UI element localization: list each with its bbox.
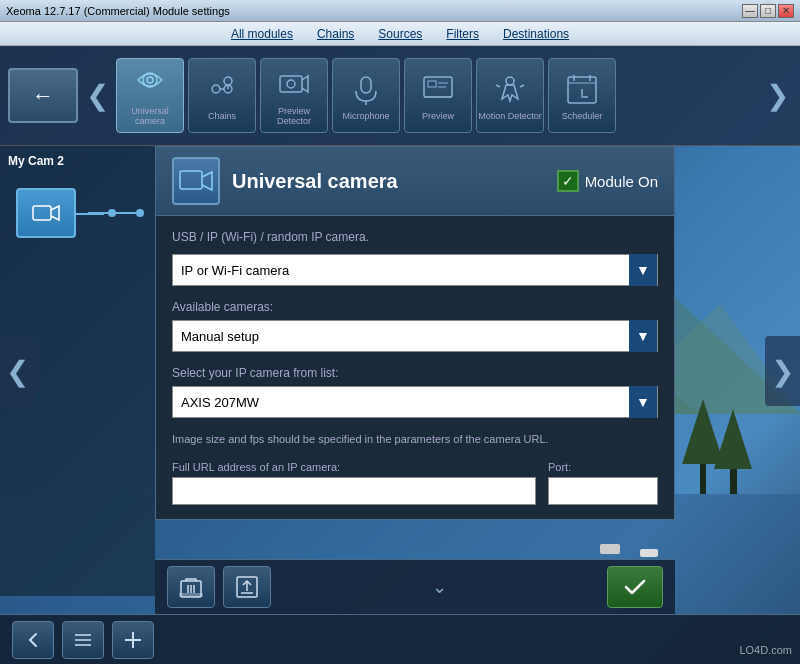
port-field-group: Port: — [548, 461, 658, 505]
toolbar-icon-camera[interactable]: Preview Detector — [260, 58, 328, 133]
toolbar-icon-label-5: Motion Detector — [478, 111, 542, 121]
status-back-button[interactable] — [12, 621, 54, 659]
ip-camera-list-dropdown[interactable]: AXIS 207MW ▼ — [172, 386, 658, 418]
svg-rect-20 — [361, 77, 371, 93]
status-add-button[interactable] — [112, 621, 154, 659]
toolbar-icon-universal-camera[interactable]: Universal camera — [116, 58, 184, 133]
svg-point-15 — [212, 85, 220, 93]
available-cameras-dropdown[interactable]: Manual setup ▼ — [172, 320, 658, 352]
url-label: Full URL address of an IP camera: — [172, 461, 536, 473]
ip-camera-list-arrow: ▼ — [629, 386, 657, 418]
svg-rect-11 — [600, 544, 620, 554]
toolbar-icon-microphone[interactable]: Microphone — [332, 58, 400, 133]
camera-type-arrow: ▼ — [629, 254, 657, 286]
main-area: ← ❮ Universal camera — [0, 46, 800, 664]
url-section: Full URL address of an IP camera: Port: — [172, 461, 658, 505]
title-bar-buttons: — □ ✕ — [742, 4, 794, 18]
back-icon: ← — [32, 83, 54, 109]
close-button[interactable]: ✕ — [778, 4, 794, 18]
svg-rect-38 — [179, 593, 203, 597]
module-panel: Universal camera ✓ Module On USB / IP (W… — [155, 146, 675, 520]
toolbar-icon-label-2: Preview Detector — [261, 106, 327, 126]
svg-point-17 — [224, 77, 232, 85]
title-bar-text: Xeoma 12.7.17 (Commercial) Module settin… — [6, 5, 742, 17]
left-nav-arrow[interactable]: ❮ — [0, 336, 35, 406]
svg-marker-8 — [682, 399, 724, 464]
port-input[interactable] — [548, 477, 658, 505]
delete-button[interactable] — [167, 566, 215, 608]
svg-rect-9 — [730, 459, 737, 494]
svg-rect-7 — [700, 454, 706, 494]
menu-chains[interactable]: Chains — [313, 25, 358, 43]
available-cameras-dropdown-row: Manual setup ▼ — [172, 320, 658, 352]
select-from-list-label: Select your IP camera from list: — [172, 366, 658, 380]
svg-rect-33 — [180, 171, 202, 189]
camera-node[interactable] — [16, 188, 76, 238]
available-cameras-label: Available cameras: — [172, 300, 658, 314]
toolbar: ← ❮ Universal camera — [0, 46, 800, 146]
toolbar-icon-label-0: Universal camera — [117, 106, 183, 126]
info-text: Image size and fps should be specified i… — [172, 432, 658, 447]
maximize-button[interactable]: □ — [760, 4, 776, 18]
menu-bar: All modules Chains Sources Filters Desti… — [0, 22, 800, 46]
toolbar-icon-label-4: Preview — [422, 111, 454, 121]
menu-sources[interactable]: Sources — [374, 25, 426, 43]
minimize-button[interactable]: — — [742, 4, 758, 18]
module-header: Universal camera ✓ Module On — [156, 147, 674, 216]
module-icon — [172, 157, 220, 205]
svg-rect-18 — [280, 76, 302, 92]
watermark: LO4D.com — [739, 644, 792, 656]
port-label: Port: — [548, 461, 658, 473]
svg-rect-24 — [428, 81, 436, 87]
toolbar-icon-preview[interactable]: Preview — [404, 58, 472, 133]
toolbar-icon-chain[interactable]: Chains — [188, 58, 256, 133]
bottom-center: ⌄ — [279, 577, 599, 597]
camera-label: My Cam 2 — [0, 146, 155, 176]
available-cameras-value: Manual setup — [181, 329, 629, 344]
svg-marker-10 — [714, 409, 752, 469]
svg-point-27 — [506, 77, 514, 85]
ok-button[interactable] — [607, 566, 663, 608]
toolbar-left-arrow[interactable]: ❮ — [82, 61, 112, 131]
module-description: USB / IP (Wi-Fi) / random IP camera. — [172, 230, 658, 244]
toolbar-icon-motion[interactable]: Motion Detector — [476, 58, 544, 133]
module-title: Universal camera — [232, 170, 545, 193]
status-bar: LO4D.com — [0, 614, 800, 664]
title-bar: Xeoma 12.7.17 (Commercial) Module settin… — [0, 0, 800, 22]
toolbar-icons: Universal camera Chains — [116, 58, 758, 133]
svg-rect-32 — [33, 206, 51, 220]
url-input[interactable] — [172, 477, 536, 505]
camera-type-dropdown-row: IP or Wi-Fi camera ▼ — [172, 254, 658, 286]
toolbar-icon-label-6: Scheduler — [562, 111, 603, 121]
toolbar-icon-label-3: Microphone — [342, 111, 389, 121]
menu-filters[interactable]: Filters — [442, 25, 483, 43]
module-on-label: Module On — [585, 173, 658, 190]
svg-point-13 — [147, 77, 153, 83]
menu-all-modules[interactable]: All modules — [227, 25, 297, 43]
module-on-checkbox[interactable]: ✓ — [557, 170, 579, 192]
camera-type-dropdown[interactable]: IP or Wi-Fi camera ▼ — [172, 254, 658, 286]
url-field-group: Full URL address of an IP camera: — [172, 461, 536, 505]
toolbar-icon-label-1: Chains — [208, 111, 236, 121]
toolbar-right-arrow[interactable]: ❯ — [762, 61, 792, 131]
available-cameras-arrow: ▼ — [629, 320, 657, 352]
upload-button[interactable] — [223, 566, 271, 608]
status-list-button[interactable] — [62, 621, 104, 659]
chevron-down-icon: ⌄ — [419, 577, 459, 597]
module-body: USB / IP (Wi-Fi) / random IP camera. IP … — [156, 216, 674, 519]
module-on-section: ✓ Module On — [557, 170, 658, 192]
right-nav-arrow[interactable]: ❯ — [765, 336, 800, 406]
back-button[interactable]: ← — [8, 68, 78, 123]
ip-camera-list-dropdown-row: AXIS 207MW ▼ — [172, 386, 658, 418]
ip-camera-list-value: AXIS 207MW — [181, 395, 629, 410]
toolbar-icon-scheduler[interactable]: Scheduler — [548, 58, 616, 133]
module-bottom-toolbar: ⌄ — [155, 559, 675, 614]
camera-type-value: IP or Wi-Fi camera — [181, 263, 629, 278]
menu-destinations[interactable]: Destinations — [499, 25, 573, 43]
svg-rect-12 — [640, 549, 658, 557]
svg-point-19 — [287, 80, 295, 88]
